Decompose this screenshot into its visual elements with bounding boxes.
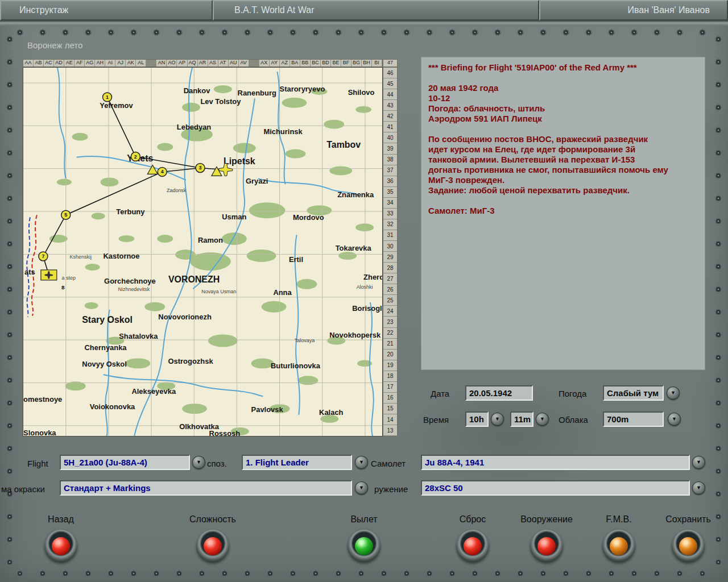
action-lamp-button[interactable] (456, 530, 489, 563)
grid-row-34: 34 (383, 198, 397, 209)
hours-dropdown-button[interactable]: ▼ (491, 413, 504, 426)
clouds-input[interactable]: 700m (603, 411, 664, 427)
city-label: Znamenka (337, 190, 374, 199)
grid-col-AP: AP (177, 60, 187, 66)
hours-input[interactable]: 10h (465, 411, 489, 427)
city-label: Borisoglebsk (352, 304, 383, 313)
city-label: Kshenskij (69, 254, 91, 260)
position-dropdown-button[interactable]: ▼ (355, 456, 368, 469)
action-lamp-button[interactable] (602, 530, 635, 563)
city-label: Pavlovsk (251, 405, 284, 414)
action-group-1: Сложность (164, 514, 261, 563)
map-ruler-top: AAABACADAEAFAGAHAIAJAKALANAOAPAQARASATAU… (23, 59, 383, 67)
action-lamp-button[interactable] (196, 530, 229, 563)
action-group-6: Сохранить (640, 514, 728, 563)
city-label: Anna (273, 288, 292, 297)
forest-patch (85, 302, 98, 309)
action-lamp-button[interactable] (530, 530, 563, 563)
city-label: Novovorionezh (158, 313, 212, 321)
clouds-label: Облака (559, 415, 588, 425)
position-select[interactable]: 1. Flight Leader (242, 455, 352, 470)
rivets-right (714, 35, 722, 567)
action-lamp-button[interactable] (44, 530, 77, 563)
action-lamp-button[interactable] (348, 530, 380, 563)
forest-patch (92, 213, 105, 219)
city-label: Stary Oskol (82, 315, 133, 325)
grid-row-17: 17 (383, 382, 397, 393)
grid-col-AD: AD (54, 60, 64, 66)
briefing-tab[interactable]: Инструктаж (0, 0, 213, 20)
minutes-dropdown-button[interactable]: ▼ (536, 413, 549, 426)
city-label: VORONEZH (168, 275, 220, 284)
grid-row-23: 23 (383, 317, 397, 327)
grid-row-35: 35 (383, 187, 397, 198)
map-view[interactable]: DankovLev TolstoyRanenburgStaroryryevoSh… (23, 67, 383, 436)
grid-col-AT: AT (218, 60, 229, 66)
action-lamp-button[interactable] (672, 530, 705, 563)
aircraft-dropdown-button[interactable]: ▼ (692, 456, 705, 469)
city-label: Tambov (326, 140, 361, 149)
waypoint-number: 7 (42, 253, 44, 259)
grid-row-22: 22 (383, 328, 397, 339)
grid-col-AG: AG (85, 60, 95, 66)
flight-dropdown-button[interactable]: ▼ (192, 456, 205, 469)
paint-scheme-dropdown-button[interactable]: ▼ (355, 481, 368, 494)
grid-col-AU: AU (229, 60, 239, 66)
clouds-dropdown-button[interactable]: ▼ (668, 413, 681, 426)
loadout-select[interactable]: 28xSC 50 (421, 480, 690, 496)
grid-col-BG: BG (351, 60, 362, 66)
grid-col-AO: AO (167, 60, 177, 66)
grid-row-43: 43 (383, 100, 397, 111)
forest-patch (175, 250, 196, 260)
grid-row-31: 31 (383, 230, 397, 241)
lamp-core (204, 537, 222, 555)
grid-col-BF: BF (341, 60, 351, 66)
date-input[interactable]: 20.05.1942 (465, 385, 533, 401)
front-line-red (32, 215, 37, 315)
grid-row-27: 27 (383, 273, 397, 284)
minutes-input[interactable]: 11m (510, 411, 533, 427)
grid-row-30: 30 (383, 241, 397, 252)
grid-row-15: 15 (383, 404, 397, 414)
grid-col-AX: AX (259, 60, 270, 66)
city-label: Talovaya (295, 338, 315, 343)
waypoint-number: 4 (161, 169, 164, 174)
grid-row-41: 41 (383, 122, 397, 132)
forest-patch (329, 166, 352, 175)
rivets-top (16, 28, 712, 36)
forest-patch (296, 279, 317, 289)
map-name-label: Воронеж лето (27, 40, 82, 50)
forest-patch (208, 335, 238, 347)
city-label: Kastornoe (103, 252, 139, 260)
grid-col-AI: AI (105, 60, 115, 66)
aircraft-select[interactable]: Ju 88A-4, 1941 (421, 455, 690, 470)
paint-scheme-select[interactable]: Стандарт + Markings (60, 480, 352, 496)
forest-patch (157, 143, 173, 151)
loadout-dropdown-button[interactable]: ▼ (692, 481, 705, 494)
forest-patch (286, 149, 306, 159)
grid-col-AZ: AZ (280, 60, 290, 66)
forest-patch (355, 223, 374, 231)
city-label: Novokhopersk (329, 331, 381, 339)
city-label: omestnoye (23, 395, 62, 404)
lamp-core (464, 537, 482, 555)
grid-col-AN: AN (156, 60, 167, 66)
forest-patch (57, 178, 72, 185)
grid-row-14: 14 (383, 414, 397, 425)
time-label: Время (423, 415, 449, 425)
flight-select[interactable]: 5H_21a00 (Ju-88A-4) (60, 455, 190, 470)
map-ruler-corner: 47 (383, 59, 398, 67)
city-label: Staroryryevo (280, 85, 325, 93)
weather-dropdown-button[interactable]: ▼ (667, 386, 680, 400)
forest-patch (338, 252, 357, 260)
weather-select[interactable]: Слабый тум (603, 385, 664, 401)
grid-col-gap (249, 60, 259, 66)
city-label: Alekseyevka (131, 387, 176, 396)
mission-briefing-screen: Инструктаж B.A.T. World At War Иван 'Ван… (0, 0, 728, 582)
grid-row-46: 46 (383, 68, 397, 78)
city-label: Chernyanka (85, 343, 127, 352)
date-label: Дата (431, 389, 449, 398)
grid-col-AB: AB (34, 60, 44, 66)
grid-row-39: 39 (383, 143, 397, 154)
city-label: Usman (222, 213, 246, 221)
